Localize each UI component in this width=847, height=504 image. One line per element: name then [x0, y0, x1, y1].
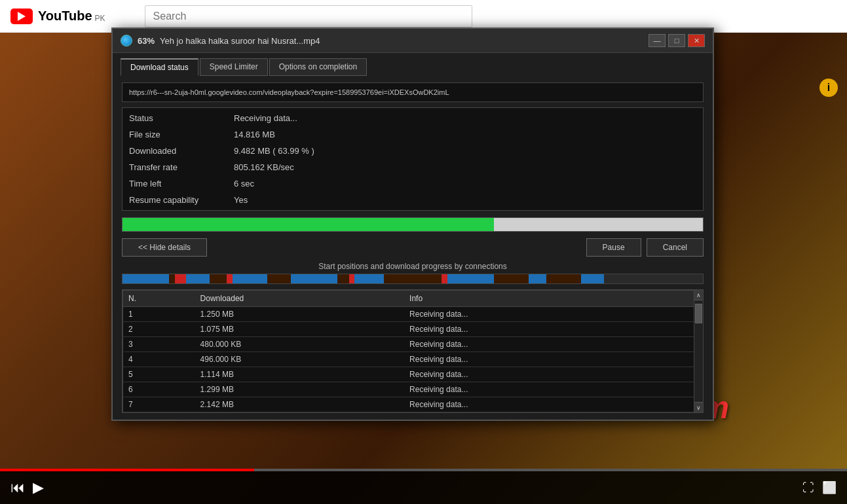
conn-seg-gap4: [337, 274, 349, 283]
transfer-label: Transfer rate: [128, 160, 233, 175]
download-progress-fill: [122, 218, 494, 231]
connections-table: N. Downloaded Info 1 1.250 MB Receiving …: [122, 290, 703, 412]
conn-seg-2: [186, 274, 209, 283]
download-progress-bar: [122, 217, 704, 232]
cell-n: 3: [123, 337, 195, 352]
conn-seg-red4: [442, 274, 447, 283]
col-n: N.: [123, 291, 195, 307]
conn-seg-5: [354, 274, 383, 283]
table-row: 1 1.250 MB Receiving data...: [123, 307, 703, 322]
skip-prev-button[interactable]: ⏮: [10, 479, 25, 496]
download-dialog: 63% Yeh jo halka halka suroor hai Nusrat…: [111, 27, 714, 421]
table-row: 6 1.299 MB Receiving data...: [123, 382, 703, 397]
dialog-window-controls: — □ ✕: [649, 34, 705, 47]
table-row: 2 1.075 MB Receiving data...: [123, 322, 703, 337]
cell-downloaded: 496.000 KB: [195, 352, 405, 367]
resume-value: Yes: [233, 192, 698, 207]
tab-download-status[interactable]: Download status: [121, 58, 198, 76]
globe-icon: [121, 35, 132, 46]
action-buttons-row: << Hide details Pause Cancel: [122, 238, 704, 257]
filesize-label: File size: [128, 127, 233, 142]
conn-seg-3: [233, 274, 267, 283]
connections-progress-bar: [122, 274, 704, 284]
pause-button[interactable]: Pause: [586, 238, 641, 257]
conn-seg-8: [581, 274, 604, 283]
dialog-tabs: Download status Speed Limiter Options on…: [113, 53, 713, 76]
cell-info: Receiving data...: [404, 382, 702, 397]
conn-seg-rest: [604, 274, 703, 283]
conn-seg-red2: [227, 274, 233, 283]
filesize-value: 14.816 MB: [233, 127, 698, 142]
youtube-logo[interactable]: YouTube PK: [10, 9, 105, 24]
conn-seg-gap6: [494, 274, 529, 283]
time-value: 6 sec: [233, 176, 698, 191]
fullscreen-button[interactable]: ⛶: [802, 481, 814, 495]
table-header-row: N. Downloaded Info: [123, 291, 703, 307]
cell-n: 7: [123, 397, 195, 412]
resume-label: Resume capability: [128, 192, 233, 207]
table-row: 5 1.114 MB Receiving data...: [123, 367, 703, 382]
theater-button[interactable]: ⬜: [822, 480, 837, 495]
scrollbar-down-button[interactable]: ∨: [694, 402, 703, 412]
cell-info: Receiving data...: [404, 307, 702, 322]
conn-seg-red3: [349, 274, 355, 283]
youtube-icon: [10, 9, 33, 24]
dialog-titlebar: 63% Yeh jo halka halka suroor hai Nusrat…: [113, 29, 713, 53]
connections-label: Start positions and download progress by…: [122, 262, 704, 271]
downloaded-label: Downloaded: [128, 143, 233, 158]
cell-n: 4: [123, 352, 195, 367]
url-display: https://r6---sn-2uja-h0ml.googlevideo.co…: [122, 82, 704, 102]
video-controls-bar: ⏮ ▶ ⛶ ⬜: [0, 471, 847, 504]
scrollbar-thumb[interactable]: [695, 304, 702, 323]
cell-n: 5: [123, 367, 195, 382]
cell-info: Receiving data...: [404, 352, 702, 367]
dialog-title-filename: Yeh jo halka halka suroor hai Nusrat...m…: [160, 36, 320, 46]
info-icon[interactable]: i: [819, 79, 838, 97]
col-info: Info: [404, 291, 702, 307]
youtube-pk: PK: [95, 14, 105, 23]
maximize-button[interactable]: □: [668, 34, 685, 47]
conn-seg-6: [447, 274, 494, 283]
conn-seg-gap1: [169, 274, 175, 283]
cell-info: Receiving data...: [404, 397, 702, 412]
table-body: 1 1.250 MB Receiving data... 2 1.075 MB …: [123, 307, 703, 412]
scrollbar-up-button[interactable]: ∧: [694, 290, 703, 300]
conn-seg-4: [291, 274, 337, 283]
hide-details-button[interactable]: << Hide details: [122, 238, 207, 257]
connections-table-wrapper: N. Downloaded Info 1 1.250 MB Receiving …: [122, 289, 704, 413]
conn-seg-gap7: [546, 274, 581, 283]
play-button[interactable]: ▶: [33, 479, 44, 496]
minimize-button[interactable]: —: [649, 34, 666, 47]
col-downloaded: Downloaded: [195, 291, 405, 307]
download-info-grid: Status Receiving data... File size 14.81…: [122, 107, 704, 211]
cell-downloaded: 1.075 MB: [195, 322, 405, 337]
table-scrollbar[interactable]: ∧ ∨: [694, 290, 703, 412]
conn-seg-7: [529, 274, 546, 283]
cancel-button[interactable]: Cancel: [647, 238, 704, 257]
status-value: Receiving data...: [233, 111, 698, 126]
cell-downloaded: 1.250 MB: [195, 307, 405, 322]
cell-n: 2: [123, 322, 195, 337]
cell-info: Receiving data...: [404, 337, 702, 352]
transfer-value: 805.162 KB/sec: [233, 160, 698, 175]
table-row: 3 480.000 KB Receiving data...: [123, 337, 703, 352]
scrollbar-track[interactable]: [694, 300, 703, 402]
dialog-title-percent: 63%: [138, 36, 155, 46]
cell-n: 6: [123, 382, 195, 397]
tab-options-completion[interactable]: Options on completion: [269, 58, 367, 76]
cell-info: Receiving data...: [404, 367, 702, 382]
cell-n: 1: [123, 307, 195, 322]
tab-speed-limiter[interactable]: Speed Limiter: [200, 58, 268, 76]
youtube-text: YouTube: [38, 9, 92, 24]
cell-downloaded: 2.142 MB: [195, 397, 405, 412]
time-label: Time left: [128, 176, 233, 191]
cell-downloaded: 1.299 MB: [195, 382, 405, 397]
conn-seg-gap3: [267, 274, 290, 283]
cell-info: Receiving data...: [404, 322, 702, 337]
cell-downloaded: 480.000 KB: [195, 337, 405, 352]
dialog-content: https://r6---sn-2uja-h0ml.googlevideo.co…: [113, 76, 713, 420]
table-row: 4 496.000 KB Receiving data...: [123, 352, 703, 367]
close-button[interactable]: ✕: [688, 34, 705, 47]
conn-seg-red1: [175, 274, 187, 283]
search-input[interactable]: [145, 5, 472, 27]
